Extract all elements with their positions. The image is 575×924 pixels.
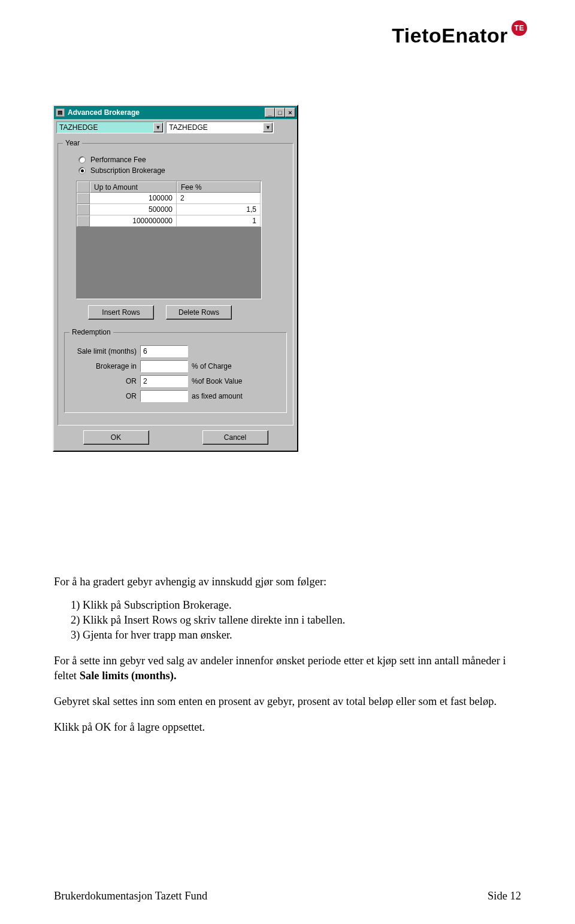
or-label: OR (69, 392, 137, 400)
sale-limit-input[interactable]: 6 (140, 345, 188, 357)
redemption-legend: Redemption (69, 328, 113, 336)
or-label: OR (69, 377, 137, 385)
footer-right: Side 12 (488, 890, 521, 902)
fund-combo-2-value: TAZHEDGE (169, 123, 207, 132)
fund-combo-1-value: TAZHEDGE (59, 123, 98, 132)
table-row[interactable]: 100000 2 (77, 193, 261, 204)
redemption-group: Redemption Sale limit (months) 6 Brokera… (64, 328, 287, 413)
radio-performance-fee[interactable]: Performance Fee (78, 156, 288, 164)
year-legend: Year (63, 139, 82, 147)
paragraph: Gebyret skal settes inn som enten en pro… (54, 694, 521, 709)
fund-combo-1[interactable]: TAZHEDGE ▼ (56, 121, 164, 133)
brokerage-percent-book-input[interactable]: 2 (140, 375, 188, 387)
cell-fee[interactable]: 1,5 (177, 204, 261, 215)
grid-empty-area (77, 227, 261, 299)
brokerage-percent-book-suffix: %of Book Value (192, 377, 282, 385)
list-item: 3) Gjenta for hver trapp man ønsker. (71, 628, 521, 643)
delete-rows-button[interactable]: Delete Rows (166, 305, 232, 320)
row-header-stub (77, 181, 90, 193)
list-item: 1) Klikk på Subscription Brokerage. (71, 598, 521, 613)
fee-grid[interactable]: Up to Amount Fee % 100000 2 500000 1,5 (76, 181, 262, 299)
minimize-button[interactable]: _ (265, 108, 275, 117)
radio-subscription-brokerage[interactable]: Subscription Brokerage (78, 166, 288, 175)
logo-badge-icon: TE (512, 20, 527, 36)
window-title: Advanced Brokerage (68, 108, 262, 117)
cell-fee[interactable]: 2 (177, 193, 261, 204)
list-item: 2) Klikk på Insert Rows og skriv tallene… (71, 613, 521, 628)
paragraph: Klikk på OK for å lagre oppsettet. (54, 720, 521, 735)
row-header[interactable] (77, 193, 90, 204)
col-header-fee[interactable]: Fee % (177, 181, 261, 193)
chevron-down-icon[interactable]: ▼ (263, 123, 273, 132)
logo-text: TietoEnator (392, 24, 508, 47)
radio-icon (78, 156, 86, 163)
radio-label: Subscription Brokerage (90, 166, 165, 175)
brokerage-fixed-amount-suffix: as fixed amount (192, 392, 282, 400)
radio-label: Performance Fee (90, 156, 146, 164)
titlebar[interactable]: ▤ Advanced Brokerage _ □ × (54, 106, 297, 119)
lead-paragraph: For å ha gradert gebyr avhengig av innsk… (54, 575, 521, 589)
cell-amount[interactable]: 1000000000 (90, 215, 177, 227)
col-header-amount[interactable]: Up to Amount (90, 181, 177, 193)
sale-limit-label: Sale limit (months) (69, 347, 137, 355)
cancel-button[interactable]: Cancel (202, 430, 268, 445)
table-header-row: Up to Amount Fee % (77, 181, 261, 193)
cell-amount[interactable]: 100000 (90, 193, 177, 204)
close-button[interactable]: × (285, 108, 295, 117)
radio-icon (78, 167, 86, 174)
document-body: For å ha gradert gebyr avhengig av innsk… (54, 575, 521, 735)
brokerage-in-label: Brokerage in (69, 362, 137, 370)
maximize-button[interactable]: □ (275, 108, 285, 117)
table-row[interactable]: 1000000000 1 (77, 215, 261, 227)
chevron-down-icon[interactable]: ▼ (153, 123, 163, 132)
table-row[interactable]: 500000 1,5 (77, 204, 261, 215)
brokerage-percent-charge-input[interactable] (140, 360, 188, 372)
year-group: Year Performance Fee Subscription Broker… (58, 139, 293, 425)
brokerage-fixed-amount-input[interactable] (140, 390, 188, 402)
row-header[interactable] (77, 204, 90, 215)
cell-amount[interactable]: 500000 (90, 204, 177, 215)
system-menu-icon[interactable]: ▤ (56, 108, 65, 117)
footer-left: Brukerdokumentasjon Tazett Fund (54, 890, 207, 902)
advanced-brokerage-window: ▤ Advanced Brokerage _ □ × TAZHEDGE ▼ TA… (53, 105, 298, 452)
logo: TietoEnator TE (392, 24, 527, 47)
brokerage-percent-charge-suffix: % of Charge (192, 362, 282, 370)
insert-rows-button[interactable]: Insert Rows (88, 305, 154, 320)
paragraph: For å sette inn gebyr ved salg av andele… (54, 654, 521, 683)
ok-button[interactable]: OK (83, 430, 149, 445)
page-footer: Brukerdokumentasjon Tazett Fund Side 12 (54, 890, 521, 902)
fund-combo-2[interactable]: TAZHEDGE ▼ (166, 121, 274, 133)
row-header[interactable] (77, 215, 90, 227)
cell-fee[interactable]: 1 (177, 215, 261, 227)
